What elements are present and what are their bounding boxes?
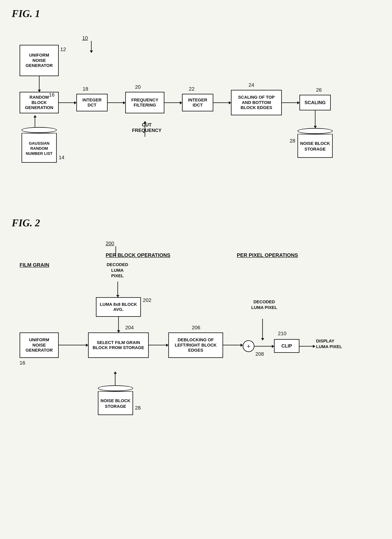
arrow-dbk-plus (223, 345, 243, 345)
ref-28-fig2: 28 (135, 405, 141, 411)
label-per-block: PER BLOCK OPERATIONS (106, 252, 170, 258)
arrow-sfgb-dbk (149, 345, 168, 345)
arrow-10-down (91, 41, 92, 53)
arrow-nbs-sfgb (115, 372, 115, 385)
cylinder-noise-fig2: NOISE BLOCK STORAGE (98, 385, 133, 415)
box-uniform-noise-generator: UNIFORM NOISE GENERATOR (19, 45, 59, 76)
arrow-iidct-stb (213, 102, 231, 103)
figure-2: FIG. 2 200 FILM GRAIN PER BLOCK OPERATIO… (12, 217, 380, 470)
arrow-lba-sfgb (118, 317, 119, 332)
cylinder-noise-fig1: NOISE BLOCK STORAGE (297, 128, 333, 158)
box-luma-avg: LUMA 8x8 BLOCK AVG. (96, 297, 141, 317)
box-deblocking: DEBLOCKING OF LEFT/RIGHT BLOCK EDGES (168, 332, 223, 358)
label-per-pixel: PER PIXEL OPERATIONS (237, 252, 298, 258)
box-scaling: SCALING (299, 95, 331, 111)
fig1-diagram: 10 UNIFORM NOISE GENERATOR 12 RANDOM BLO… (12, 25, 384, 202)
arrow-plus-clip (254, 346, 274, 346)
label-film-grain: FILM GRAIN (19, 262, 49, 268)
arrow-gaussian-up (35, 115, 35, 127)
box-uniform-noise-fig2: UNIFORM NOISE GENERATOR (19, 332, 59, 358)
cyl-gaussian-label: GAUSSIAN RANDOM NUMBER LIST (22, 135, 57, 163)
ref-204: 204 (125, 325, 134, 331)
ref-208: 208 (255, 351, 264, 357)
ref-26: 26 (316, 87, 322, 93)
ref-16-fig2: 16 (19, 360, 25, 366)
box-clip: CLIP (274, 339, 299, 353)
cyl-noise-fig2-label: NOISE BLOCK STORAGE (98, 394, 133, 415)
fig1-title: FIG. 1 (12, 8, 380, 19)
arrow-ung-down (39, 76, 39, 92)
fig2-title: FIG. 2 (12, 217, 380, 229)
cylinder-gaussian: GAUSSIAN RANDOM NUMBER LIST (22, 127, 57, 163)
cyl-noise-fig1-label: NOISE BLOCK STORAGE (297, 136, 333, 158)
ref-10: 10 (82, 35, 88, 41)
arrow-dlu-lba (117, 282, 118, 297)
arrow-idct-ff (108, 102, 125, 103)
ref-22: 22 (189, 86, 195, 92)
figure-1: FIG. 1 10 UNIFORM NOISE GENERATOR 12 RAN… (12, 8, 380, 202)
ref-206: 206 (192, 325, 200, 331)
ref-210: 210 (278, 331, 286, 337)
label-display-luma: DISPLAY LUMA PIXEL (316, 338, 347, 350)
label-decoded-luma-in: DECODED LUMA PIXEL (106, 262, 129, 279)
ref-18: 18 (83, 86, 88, 92)
box-select-film-grain: SELECT FILM GRAIN BLOCK FROM STORAGE (88, 332, 149, 358)
ref-16: 16 (49, 92, 55, 98)
arrow-scaling-down (315, 111, 316, 128)
ref-202: 202 (143, 297, 151, 303)
box-freq-filtering: FREQUENCY FILTERING (125, 92, 164, 113)
ref-28-fig1: 28 (290, 138, 295, 144)
arrow-dlu2-plus (262, 319, 263, 340)
ref-14: 14 (59, 154, 64, 161)
box-integer-dct: INTEGER DCT (76, 94, 108, 111)
arrow-ff-iidct (164, 102, 182, 103)
ref-20: 20 (135, 84, 141, 90)
label-decoded-luma-out: DECODED LUMA PIXEL (249, 299, 280, 310)
ref-200: 200 (106, 241, 114, 246)
plus-circle: + (243, 340, 254, 352)
label-cut-frequency: CUT FREQUENCY (131, 122, 163, 133)
ref-12: 12 (60, 46, 66, 53)
arrow-stb-s (282, 102, 299, 103)
box-scaling-top-bottom: SCALING OF TOP AND BOTTOM BLOCK EDGES (231, 90, 282, 115)
ref-24: 24 (249, 82, 254, 88)
arrow-ung-sfgb (59, 345, 88, 345)
fig2-diagram: 200 FILM GRAIN PER BLOCK OPERATIONS PER … (12, 235, 384, 470)
box-integer-idct: INTEGER IDCT (182, 94, 213, 111)
arrow-clip-display (299, 346, 315, 346)
arrow-rb-idct (59, 102, 76, 103)
